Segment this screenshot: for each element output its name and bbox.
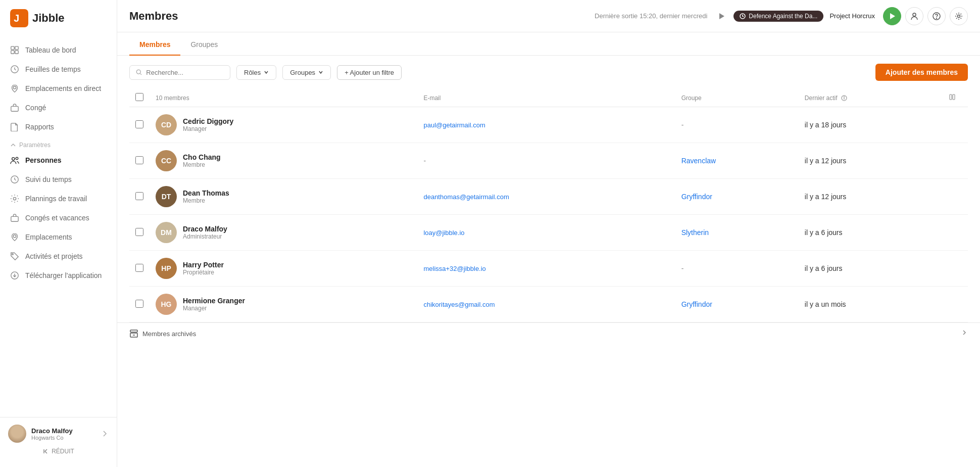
location-icon <box>10 84 19 93</box>
sidebar-item-conge[interactable]: Congé <box>0 98 117 117</box>
member-cell[interactable]: DT Dean Thomas Membre <box>150 179 417 215</box>
grid-icon <box>10 45 19 55</box>
email-link[interactable]: paul@getairmail.com <box>423 121 485 129</box>
row-actions-cell <box>943 215 968 251</box>
email-cell: melissa+32@jibble.io <box>417 251 675 287</box>
sidebar-item-emplacements[interactable]: Emplacements <box>0 227 117 247</box>
row-actions-cell <box>943 287 968 322</box>
group-name: Gryffindor <box>681 193 712 201</box>
sidebar-collapse-button[interactable]: RÉDUIT <box>8 443 109 460</box>
tab-groupes[interactable]: Groupes <box>180 32 228 56</box>
sidebar-item-activites[interactable]: Activités et projets <box>0 247 117 266</box>
search-input[interactable] <box>146 69 224 76</box>
sidebar-item-conges-vacances[interactable]: Congés et vacances <box>0 208 117 227</box>
settings-section: Paramètres <box>0 136 117 151</box>
help-button[interactable] <box>927 7 946 25</box>
group-dash: - <box>681 264 684 272</box>
row-checkbox[interactable] <box>135 120 143 128</box>
email-link[interactable]: loay@jibble.io <box>423 229 464 237</box>
row-checkbox-cell <box>129 143 150 179</box>
briefcase2-icon <box>10 213 19 222</box>
group-cell: Ravenclaw <box>675 143 799 179</box>
row-actions-cell <box>943 251 968 287</box>
select-all-checkbox[interactable] <box>135 93 143 101</box>
email-cell: deanthomas@getairmail.com <box>417 179 675 215</box>
svg-rect-27 <box>950 95 952 100</box>
tab-membres[interactable]: Membres <box>129 32 180 56</box>
sidebar-item-tableau[interactable]: Tableau de bord <box>0 40 117 60</box>
row-checkbox[interactable] <box>135 156 143 164</box>
email-link[interactable]: deanthomas@getairmail.com <box>423 193 509 201</box>
user-profile-button[interactable] <box>905 7 923 25</box>
header-email: E-mail <box>417 89 675 107</box>
add-members-button[interactable]: Ajouter des membres <box>875 64 968 81</box>
sidebar-item-suivi[interactable]: Suivi du temps <box>0 170 117 189</box>
member-info: Hermione Granger Manager <box>183 297 245 312</box>
groupes-filter-button[interactable]: Groupes <box>282 65 331 80</box>
gear-icon <box>955 12 963 20</box>
timer-play-button[interactable] <box>713 8 729 24</box>
member-cell[interactable]: CD Cedric Diggory Manager <box>150 107 417 143</box>
sidebar-item-label: Activités et projets <box>25 252 83 260</box>
svg-point-20 <box>913 13 916 16</box>
member-cell[interactable]: CC Cho Chang Membre <box>150 143 417 179</box>
email-cell: paul@getairmail.com <box>417 107 675 143</box>
add-filter-button[interactable]: + Ajouter un filtre <box>337 65 402 80</box>
sidebar-item-plannings[interactable]: Plannings de travail <box>0 189 117 208</box>
users-icon <box>10 156 19 165</box>
sidebar-item-personnes[interactable]: Personnes <box>0 151 117 170</box>
next-arrow[interactable] <box>961 329 968 338</box>
sidebar-nav: Tableau de bord Feuilles de temps Emplac… <box>0 36 117 417</box>
member-cell[interactable]: DM Draco Malfoy Administrateur <box>150 215 417 251</box>
group-cell: Gryffindor <box>675 287 799 322</box>
sidebar-item-feuilles[interactable]: Feuilles de temps <box>0 60 117 79</box>
member-cell[interactable]: HP Harry Potter Propriétaire <box>150 251 417 287</box>
row-checkbox[interactable] <box>135 264 143 272</box>
email-link[interactable]: melissa+32@jibble.io <box>423 265 485 272</box>
sidebar-item-emplacements-direct[interactable]: Emplacements en direct <box>0 79 117 98</box>
svg-rect-13 <box>11 216 18 221</box>
sidebar-item-download[interactable]: Télécharger l'application <box>0 266 117 285</box>
clock-icon <box>10 65 19 74</box>
header-actions <box>943 89 968 107</box>
header-members: 10 membres <box>150 89 417 107</box>
last-active-cell: il y a 18 jours <box>799 107 943 143</box>
group-cell: Slytherin <box>675 215 799 251</box>
member-info: Cho Chang Membre <box>183 153 221 168</box>
sidebar-item-rapports[interactable]: Rapports <box>0 117 117 136</box>
svg-marker-19 <box>890 13 895 19</box>
user-info: Draco Malfoy Hogwarts Co <box>31 427 95 441</box>
logo[interactable]: J Jibble <box>0 0 117 36</box>
search-box[interactable] <box>129 65 230 80</box>
avatar <box>8 425 26 443</box>
row-checkbox[interactable] <box>135 192 143 200</box>
play-icon <box>718 13 725 20</box>
user-profile[interactable]: Draco Malfoy Hogwarts Co <box>8 425 109 443</box>
svg-point-9 <box>12 158 15 160</box>
member-info: Harry Potter Propriétaire <box>183 261 224 276</box>
header-group: Groupe <box>675 89 799 107</box>
table-row: DM Draco Malfoy Administrateur loay@jibb… <box>129 215 968 251</box>
user-company: Hogwarts Co <box>31 435 95 441</box>
member-role: Manager <box>183 125 233 132</box>
settings-button[interactable] <box>950 7 968 25</box>
email-link[interactable]: chikoritayes@gmail.com <box>423 301 495 308</box>
svg-point-23 <box>958 15 960 17</box>
last-active-cell: il y a 6 jours <box>799 251 943 287</box>
email-cell: loay@jibble.io <box>417 215 675 251</box>
member-cell[interactable]: HG Hermione Granger Manager <box>150 287 417 322</box>
start-timer-button[interactable] <box>883 7 901 25</box>
row-actions-cell <box>943 179 968 215</box>
row-checkbox[interactable] <box>135 300 143 308</box>
email-dash: - <box>423 157 426 165</box>
download-icon <box>10 271 19 280</box>
table-row: HG Hermione Granger Manager chikoritayes… <box>129 287 968 322</box>
svg-rect-3 <box>15 46 18 50</box>
row-checkbox-cell <box>129 287 150 322</box>
group-cell: Gryffindor <box>675 179 799 215</box>
row-checkbox[interactable] <box>135 228 143 236</box>
roles-filter-button[interactable]: Rôles <box>236 65 276 80</box>
member-name: Cedric Diggory <box>183 117 233 125</box>
members-table: 10 membres E-mail Groupe Dernier actif <box>129 89 968 322</box>
play-icon-green <box>889 13 896 20</box>
